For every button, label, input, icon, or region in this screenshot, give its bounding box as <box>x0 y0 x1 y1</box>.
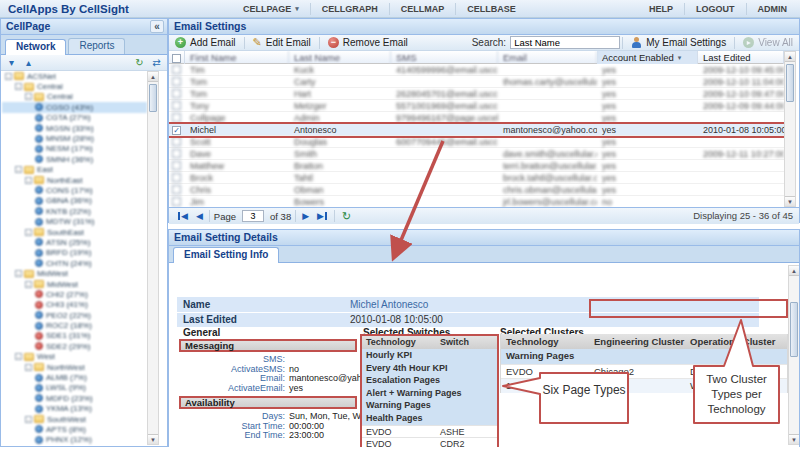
tree-folder-item[interactable]: -Central <box>2 92 147 102</box>
row-checkbox-cell[interactable] <box>169 76 185 88</box>
menu-logout[interactable]: LOGOUT <box>684 3 746 15</box>
row-checkbox[interactable] <box>172 77 181 86</box>
tree-leaf-item[interactable]: SDE2 (29%) <box>2 341 147 351</box>
row-checkbox-cell[interactable] <box>169 196 185 207</box>
table-row-selected[interactable]: ✓MichelAntonescomantonesco@yahoo.comyes2… <box>169 124 784 136</box>
row-checkbox-cell[interactable] <box>169 112 185 124</box>
scrollbar-thumb[interactable] <box>149 84 157 112</box>
remove-email-button[interactable]: − Remove Email <box>322 37 414 48</box>
row-checkbox-cell[interactable] <box>169 88 185 100</box>
row-checkbox[interactable] <box>172 149 181 158</box>
tree-leaf-item[interactable]: SMNH (36%) <box>2 154 147 164</box>
scroll-down-icon[interactable]: ▼ <box>785 196 795 206</box>
switch-row[interactable]: EVDOASHE <box>362 425 497 438</box>
tree-folder-item[interactable]: -Central <box>2 81 147 91</box>
tree-leaf-item[interactable]: KNTB (22%) <box>2 206 147 216</box>
row-checkbox[interactable] <box>172 161 181 170</box>
row-checkbox[interactable] <box>172 65 181 74</box>
cluster-row[interactable]: 1XWA4WV0005 <box>501 378 787 393</box>
row-checkbox[interactable] <box>172 185 181 194</box>
menu-admin[interactable]: ADMIN <box>746 3 799 15</box>
tree-leaf-item[interactable]: MDTW (31%) <box>2 216 147 226</box>
menu-cellpage[interactable]: CELLPAGE▾ <box>232 3 310 15</box>
tree-leaf-item[interactable]: MDFD (23%) <box>2 393 147 403</box>
tree-leaf-item[interactable]: GBNA (36%) <box>2 196 147 206</box>
tab-reports[interactable]: Reports <box>68 38 125 54</box>
row-checkbox-cell[interactable] <box>169 184 185 196</box>
prev-page-button[interactable]: ◀ <box>192 211 207 221</box>
table-row[interactable]: TimKuck4140599996@email.uscc.netyes2009-… <box>169 64 784 76</box>
cluster-group-row[interactable]: Warning Pages <box>501 349 787 364</box>
collapse-box-icon[interactable]: - <box>25 364 32 371</box>
sync-icon[interactable]: ⇄ <box>148 56 165 69</box>
scroll-down-icon[interactable]: ▼ <box>789 434 799 444</box>
collapse-box-icon[interactable]: - <box>5 73 12 80</box>
scroll-down-icon[interactable]: ▼ <box>148 434 158 444</box>
column-header-last-name[interactable]: Last Name <box>289 51 391 64</box>
search-input[interactable] <box>510 36 620 49</box>
tree-folder-item[interactable]: -SouthWest <box>2 414 147 424</box>
row-checkbox[interactable] <box>172 137 181 146</box>
table-row[interactable]: ChrisObmanchris.obman@uscellular.comyes <box>169 184 784 196</box>
tree-leaf-item[interactable]: CHI3 (41%) <box>2 300 147 310</box>
row-checkbox-cell[interactable] <box>169 148 185 160</box>
select-all-checkbox-cell[interactable] <box>169 51 185 64</box>
menu-cellbase[interactable]: CELLBASE <box>455 3 527 15</box>
refresh-button[interactable]: ↻ <box>337 210 356 223</box>
tree-folder-item[interactable]: -MidWest <box>2 268 147 278</box>
view-all-button[interactable]: ▸ View All <box>737 37 799 48</box>
expand-all-icon[interactable]: ▾ <box>3 56 20 69</box>
collapse-box-icon[interactable]: - <box>15 166 22 173</box>
column-header-account-enabled[interactable]: Account Enabled▾ <box>597 51 698 64</box>
collapse-box-icon[interactable]: - <box>25 93 32 100</box>
tree-folder-item[interactable]: -NorthWest <box>2 362 147 372</box>
my-email-settings-button[interactable]: My Email Settings <box>625 37 732 48</box>
collapse-box-icon[interactable]: - <box>15 83 22 90</box>
row-checkbox-cell[interactable] <box>169 172 185 184</box>
scrollbar-thumb[interactable] <box>790 302 798 357</box>
select-all-checkbox[interactable] <box>172 54 181 63</box>
row-checkbox[interactable]: ✓ <box>172 126 181 135</box>
row-checkbox-cell[interactable] <box>169 160 185 172</box>
menu-cellmap[interactable]: CELLMAP <box>389 3 456 15</box>
menu-help[interactable]: HELP <box>638 3 684 15</box>
collapse-box-icon[interactable]: - <box>25 177 32 184</box>
collapse-box-icon[interactable]: - <box>25 281 32 288</box>
collapse-all-icon[interactable]: ▴ <box>20 56 37 69</box>
tree-leaf-item[interactable]: ROC2 (18%) <box>2 320 147 330</box>
collapse-box-icon[interactable]: - <box>15 353 22 360</box>
collapse-panel-icon[interactable]: « <box>150 20 164 33</box>
page-type-row[interactable]: Escalation Pages <box>362 374 497 387</box>
tree-leaf-item[interactable]: ATSN (25%) <box>2 237 147 247</box>
tree-leaf-item[interactable]: CHTN (24%) <box>2 258 147 268</box>
tree-leaf-item[interactable]: CGSO (43%) <box>2 102 147 112</box>
page-type-row[interactable]: Every 4th Hour KPI <box>362 362 497 375</box>
tree-leaf-item[interactable]: APTS (8%) <box>2 424 147 434</box>
page-type-row[interactable]: Health Pages <box>362 412 497 425</box>
table-row[interactable]: MatthewBrattonterri.bratton@uscellular.c… <box>169 160 784 172</box>
tree-leaf-item[interactable]: ALMB (7%) <box>2 372 147 382</box>
next-page-button[interactable]: ▶ <box>298 211 313 221</box>
row-checkbox[interactable] <box>172 197 181 206</box>
tree-folder-item[interactable]: -NorthEast <box>2 175 147 185</box>
tree-leaf-item[interactable]: NESM (17%) <box>2 144 147 154</box>
tree-leaf-item[interactable]: CGTA (27%) <box>2 113 147 123</box>
tree-leaf-item[interactable]: BRFD (19%) <box>2 248 147 258</box>
row-checkbox-cell[interactable] <box>169 100 185 112</box>
switch-row[interactable]: EVDOCDR2 <box>362 437 497 447</box>
table-row[interactable]: TomCartythomas.carty@uscellular.comyes20… <box>169 76 784 88</box>
table-row[interactable]: DaveSmithdave.smith@uscellular.comyes200… <box>169 148 784 160</box>
scrollbar-thumb[interactable] <box>786 64 794 102</box>
tree-leaf-item[interactable]: MGSN (33%) <box>2 123 147 133</box>
row-checkbox[interactable] <box>172 173 181 182</box>
collapse-box-icon[interactable]: - <box>25 229 32 236</box>
refresh-tree-icon[interactable]: ↻ <box>131 56 148 69</box>
table-row[interactable]: ScottDouglas6007709445@email.uscc.comyes <box>169 136 784 148</box>
table-row[interactable]: TonyMetzger5571001969@email.uscc.netyes2… <box>169 100 784 112</box>
tree-scrollbar[interactable]: ▲ ▼ <box>147 71 159 445</box>
tab-email-setting-info[interactable]: Email Setting Info <box>173 247 279 263</box>
tree-leaf-item[interactable]: YKMA (13%) <box>2 404 147 414</box>
row-checkbox[interactable] <box>172 113 181 122</box>
page-type-row[interactable]: Alert + Warning Pages <box>362 387 497 400</box>
page-type-row[interactable]: Hourly KPI <box>362 349 497 362</box>
